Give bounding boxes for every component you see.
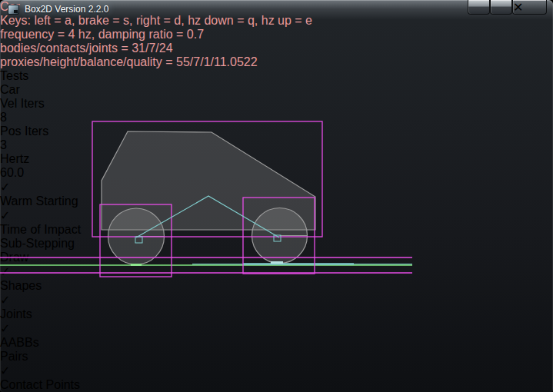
maximize-button[interactable]	[490, 0, 512, 15]
minimize-button[interactable]	[468, 0, 490, 15]
close-button[interactable]: ✕	[512, 0, 547, 15]
checkbox-contact-points[interactable]: ✓	[0, 364, 553, 378]
check-icon: ✓	[0, 364, 10, 377]
app-window: Box2D Version 2.2.0 ✕ CarKeys: left = a,…	[0, 0, 553, 392]
caption-buttons: ✕	[468, 0, 547, 15]
checkbox-label-contact-points: Contact Points	[0, 378, 553, 392]
close-icon: ✕	[513, 0, 546, 15]
scene	[0, 0, 412, 364]
contact-point	[131, 264, 142, 266]
client-area: CarKeys: left = a, brake = s, right = d,…	[0, 0, 553, 392]
contact-point	[271, 261, 283, 264]
